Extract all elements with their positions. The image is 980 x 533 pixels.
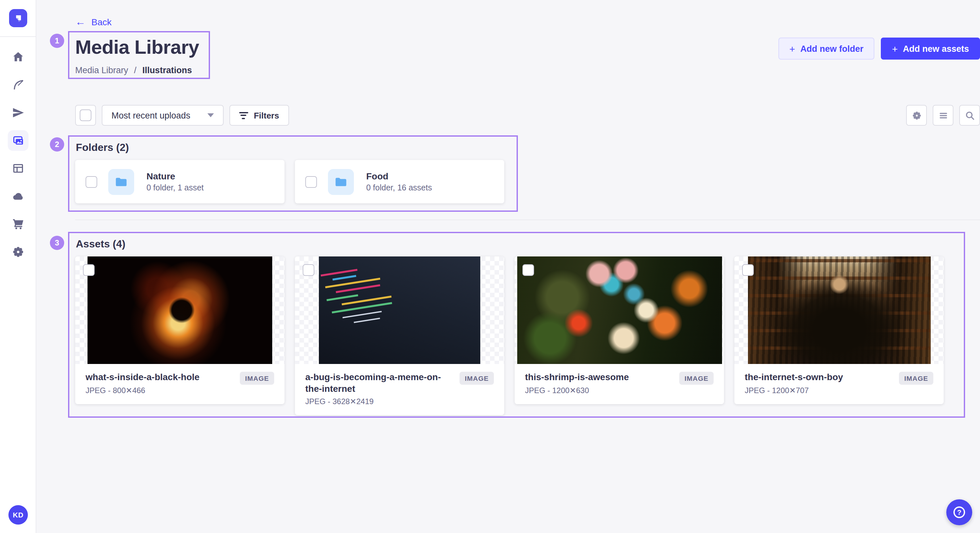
select-all-container[interactable] [75, 105, 96, 125]
filters-label: Filters [254, 110, 279, 120]
asset-name: a-bug-is-becoming-a-meme-on-the-internet [305, 372, 443, 394]
asset-card-black-hole[interactable]: what-s-inside-a-black-hole JPEG - 800✕46… [75, 257, 285, 404]
view-settings-button[interactable] [906, 105, 927, 125]
search-button[interactable] [959, 105, 980, 125]
gear-icon [911, 110, 922, 121]
cloud-icon [11, 190, 24, 203]
back-label: Back [91, 17, 111, 27]
question-mark-icon: ? [953, 506, 965, 518]
header-actions: + Add new folder + Add new assets [778, 38, 980, 60]
back-link[interactable]: ← Back [75, 17, 111, 27]
asset-thumbnail [515, 257, 724, 364]
laptop-code-image [319, 257, 480, 364]
asset-meta: JPEG - 1200✕630 [525, 385, 714, 395]
sidebar-item-home[interactable] [8, 47, 28, 67]
asset-name: this-shrimp-is-awesome [525, 372, 662, 383]
breadcrumb: Media Library / Illustrations [75, 65, 192, 75]
asset-meta: JPEG - 1200✕707 [745, 385, 933, 395]
folders-list: Nature 0 folder, 1 asset Food 0 folder, … [75, 160, 504, 203]
asset-name: the-internet-s-own-boy [745, 372, 882, 383]
app-window: KD ← Back Media Library Media Library / … [0, 0, 980, 533]
section-divider [75, 219, 980, 220]
sort-dropdown[interactable]: Most recent uploads [102, 105, 223, 125]
list-icon [937, 110, 948, 121]
asset-checkbox[interactable] [742, 264, 754, 276]
folder-name: Nature [146, 171, 204, 181]
filters-button[interactable]: Filters [229, 105, 289, 125]
asset-thumbnail [734, 257, 944, 364]
list-view-button[interactable] [933, 105, 953, 125]
plus-icon: + [892, 44, 898, 54]
asset-card-bug-meme[interactable]: a-bug-is-becoming-a-meme-on-the-internet… [295, 257, 504, 415]
asset-type-badge: IMAGE [899, 372, 933, 385]
asset-type-badge: IMAGE [679, 372, 714, 385]
asset-type-badge: IMAGE [460, 372, 494, 385]
asset-type-badge: IMAGE [240, 372, 274, 385]
add-new-assets-button[interactable]: + Add new assets [881, 38, 980, 60]
sort-value: Most recent uploads [111, 110, 190, 120]
user-avatar[interactable]: KD [8, 505, 28, 525]
folder-thumb [108, 169, 134, 195]
media-library-icon [11, 134, 24, 147]
folder-icon [114, 174, 128, 189]
folder-meta: 0 folder, 16 assets [366, 183, 432, 192]
sidebar-item-media-library[interactable] [8, 130, 28, 151]
asset-checkbox[interactable] [522, 264, 534, 276]
folder-icon [334, 174, 348, 189]
asset-meta: JPEG - 3628✕2419 [305, 397, 494, 406]
sidebar-item-marketplace[interactable] [8, 214, 28, 235]
folder-name: Food [366, 171, 432, 181]
folder-checkbox[interactable] [305, 176, 317, 187]
folder-card-food[interactable]: Food 0 folder, 16 assets [295, 160, 504, 203]
add-new-folder-button[interactable]: + Add new folder [778, 38, 875, 60]
sidebar: KD [0, 0, 36, 533]
folder-card-nature[interactable]: Nature 0 folder, 1 asset [75, 160, 285, 203]
add-new-assets-label: Add new assets [903, 44, 969, 54]
asset-info: what-s-inside-a-black-hole JPEG - 800✕46… [75, 364, 285, 404]
asset-meta: JPEG - 800✕466 [86, 385, 274, 395]
sidebar-item-cloud[interactable] [8, 186, 28, 206]
cart-icon [11, 217, 24, 230]
assets-section-title: Assets (4) [76, 238, 126, 250]
add-new-folder-label: Add new folder [800, 44, 863, 54]
layout-icon [11, 162, 24, 175]
asset-info: the-internet-s-own-boy JPEG - 1200✕707 I… [734, 364, 944, 404]
search-icon [964, 110, 975, 121]
sidebar-nav [0, 37, 36, 262]
breadcrumb-parent[interactable]: Media Library [75, 65, 128, 75]
asset-card-internets-own-boy[interactable]: the-internet-s-own-boy JPEG - 1200✕707 I… [734, 257, 944, 404]
paper-plane-icon [11, 106, 24, 119]
sidebar-item-content-manager[interactable] [8, 75, 28, 95]
folders-section-title: Folders (2) [76, 142, 129, 154]
home-icon [11, 51, 24, 63]
page-title: Media Library [75, 36, 199, 58]
asset-thumbnail [75, 257, 285, 364]
breadcrumb-separator: / [134, 65, 137, 75]
sidebar-item-settings[interactable] [8, 241, 28, 262]
assets-grid: what-s-inside-a-black-hole JPEG - 800✕46… [75, 257, 944, 415]
feather-icon [11, 78, 24, 91]
strapi-glyph [11, 12, 24, 25]
chevron-down-icon [207, 113, 213, 117]
mantis-shrimp-image [517, 257, 722, 364]
toolbar: Most recent uploads Filters [75, 105, 980, 125]
black-hole-image [88, 257, 272, 364]
library-portrait-image [748, 257, 931, 364]
asset-checkbox[interactable] [83, 264, 95, 276]
sidebar-item-releases[interactable] [8, 102, 28, 123]
asset-name: what-s-inside-a-black-hole [86, 372, 223, 383]
logo-container[interactable] [0, 0, 36, 37]
back-arrow-icon: ← [75, 17, 86, 27]
strapi-logo-icon [9, 9, 27, 27]
breadcrumb-current: Illustrations [142, 65, 192, 75]
main-content: ← Back Media Library Media Library / Ill… [36, 0, 980, 533]
select-all-checkbox[interactable] [80, 109, 91, 121]
sidebar-item-content-type-builder[interactable] [8, 158, 28, 179]
help-button[interactable]: ? [946, 499, 972, 525]
asset-card-shrimp[interactable]: this-shrimp-is-awesome JPEG - 1200✕630 I… [515, 257, 724, 404]
asset-checkbox[interactable] [303, 264, 314, 276]
folder-checkbox[interactable] [86, 176, 97, 187]
asset-thumbnail [295, 257, 504, 364]
settings-icon [11, 246, 24, 259]
folder-thumb [328, 169, 354, 195]
